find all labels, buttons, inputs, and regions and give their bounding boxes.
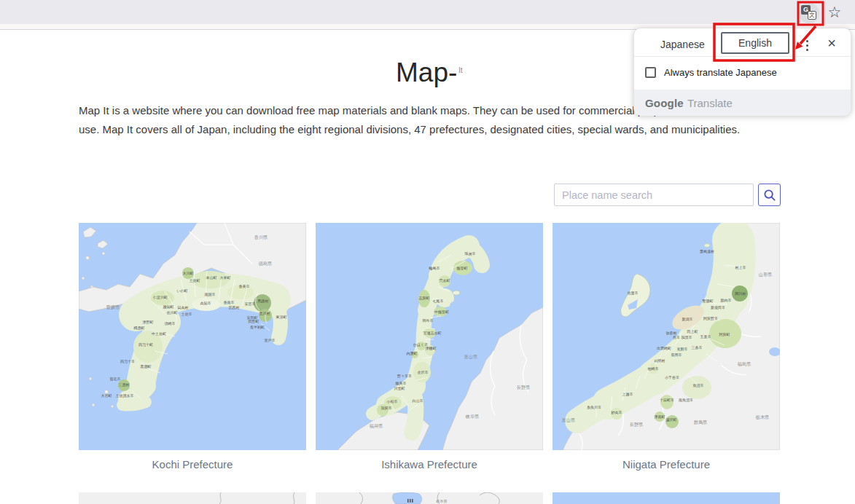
svg-text:いの町: いの町: [176, 288, 187, 293]
svg-text:徳島県: 徳島県: [259, 261, 273, 267]
svg-text:金沢市: 金沢市: [418, 370, 429, 374]
svg-text:佐川町: 佐川町: [167, 310, 178, 315]
bookmark-star-icon[interactable]: ☆: [826, 3, 843, 22]
svg-text:燕市: 燕市: [673, 335, 680, 339]
page-title-suffix: It: [458, 66, 463, 74]
close-icon[interactable]: ×: [822, 34, 841, 53]
svg-text:出雲崎町: 出雲崎町: [657, 346, 671, 350]
svg-text:内灘町: 内灘町: [407, 351, 418, 356]
svg-text:志賀町: 志賀町: [419, 296, 430, 300]
svg-text:刈羽村: 刈羽村: [654, 358, 665, 363]
svg-text:仁淀川町: 仁淀川町: [153, 295, 168, 300]
svg-text:長野県: 長野県: [630, 422, 644, 427]
search-button[interactable]: [758, 184, 781, 206]
svg-text:小松市: 小松市: [387, 399, 398, 403]
translate-popup: Japanese English × Always translate Japa…: [633, 28, 851, 115]
svg-text:芸西村: 芸西村: [229, 305, 240, 310]
svg-text:糸魚川市: 糸魚川市: [587, 405, 601, 409]
svg-text:田上町: 田上町: [687, 329, 698, 334]
popup-divider: [634, 56, 851, 57]
svg-text:魚沼市: 魚沼市: [693, 383, 704, 388]
svg-text:新発田市: 新発田市: [711, 305, 725, 310]
search-icon: [762, 188, 777, 202]
search-input[interactable]: [554, 184, 754, 206]
svg-text:四万十市: 四万十市: [120, 359, 135, 364]
map-card-next-3[interactable]: [553, 492, 780, 504]
caption-kochi[interactable]: Kochi Prefecture: [79, 458, 306, 470]
svg-text:中土佐町: 中土佐町: [152, 331, 166, 336]
tab-japanese[interactable]: Japanese: [650, 34, 715, 55]
svg-text:能登町: 能登町: [457, 266, 468, 271]
svg-text:越知町: 越知町: [163, 304, 174, 310]
map-card-kochi[interactable]: 香川県徳島県愛媛県大川町土佐町本山町大豊町香美市いの町南国市仁淀川町高知市香南市…: [79, 223, 306, 450]
svg-text:高知市: 高知市: [200, 301, 211, 305]
svg-text:中能登町: 中能登町: [434, 310, 449, 315]
svg-text:安芸市: 安芸市: [245, 302, 256, 306]
always-translate-label: Always translate Japanese: [664, 67, 777, 78]
caption-niigata[interactable]: Niigata Prefecture: [553, 458, 780, 470]
page-title: Map-: [396, 58, 457, 88]
svg-text:能美市: 能美市: [396, 381, 407, 386]
svg-text:富山県: 富山県: [562, 417, 576, 422]
browser-toolbar: [0, 0, 855, 24]
svg-text:津野町: 津野町: [142, 320, 154, 325]
svg-text:阿賀町: 阿賀町: [719, 332, 730, 337]
svg-text:栃木県: 栃木県: [756, 414, 770, 420]
caption-ishikawa[interactable]: Ishikawa Prefecture: [316, 458, 543, 470]
svg-text:白山市: 白山市: [413, 398, 423, 403]
svg-text:関川村: 関川村: [735, 291, 746, 296]
svg-text:湯沢町: 湯沢町: [666, 417, 677, 422]
svg-text:津幡町: 津幡町: [425, 346, 437, 351]
svg-text:南国市: 南国市: [205, 292, 216, 297]
svg-text:川北町: 川北町: [394, 386, 405, 391]
svg-text:津南町: 津南町: [654, 414, 665, 420]
svg-text:小千谷市: 小千谷市: [665, 375, 679, 379]
svg-text:長岡市: 長岡市: [671, 353, 682, 357]
svg-text:檮原町: 檮原町: [133, 326, 145, 330]
svg-text:須崎市: 須崎市: [165, 321, 176, 326]
svg-text:土佐町: 土佐町: [190, 278, 200, 283]
translate-icon-char-square: 文: [808, 11, 816, 20]
svg-text:岐阜県: 岐阜県: [437, 499, 448, 503]
svg-text:羽咋市: 羽咋市: [422, 318, 434, 323]
svg-text:阿賀野市: 阿賀野市: [703, 316, 718, 321]
site-description-line2: use. Map It covers all of Japan, includi…: [79, 120, 851, 139]
svg-text:日高村: 日高村: [178, 305, 189, 310]
svg-text:村上市: 村上市: [735, 265, 746, 270]
svg-text:佐渡市: 佐渡市: [628, 291, 639, 296]
svg-text:岐阜県: 岐阜県: [466, 414, 480, 419]
map-card-next-1[interactable]: [79, 492, 306, 504]
svg-text:妙高市: 妙高市: [612, 410, 622, 414]
screen: G 文 ☆ Map- It Map It is a website where …: [0, 0, 855, 504]
svg-text:加茂市: 加茂市: [682, 335, 692, 339]
map-card-ishikawa[interactable]: 珠洲市輪島市能登町穴水町志賀町七尾市中能登町羽咋市宝達志水町かほく市津幡町内灘町…: [316, 223, 543, 450]
translate-toolbar-button[interactable]: G 文: [799, 3, 819, 23]
svg-text:七尾市: 七尾市: [433, 299, 444, 303]
svg-text:長野県: 長野県: [517, 385, 531, 390]
map-card-next-2[interactable]: 岐阜県: [316, 492, 543, 504]
svg-text:三条市: 三条市: [692, 345, 703, 350]
svg-text:香南市: 香南市: [224, 300, 235, 304]
svg-text:大川町: 大川町: [183, 271, 194, 275]
svg-text:黒潮町: 黒潮町: [141, 364, 152, 369]
svg-text:香川県: 香川県: [254, 235, 268, 240]
svg-text:土佐清水市: 土佐清水市: [116, 393, 134, 398]
translate-brand: Translate: [687, 97, 733, 109]
svg-text:輪島市: 輪島市: [429, 266, 440, 271]
svg-text:富山県: 富山県: [464, 354, 478, 359]
map-card-niigata[interactable]: 粟島浦村村上市山形県関川村佐渡市胎内市聖籠町新発田市新潟市阿賀野市阿賀町弥彦村田…: [553, 223, 780, 450]
svg-text:馬路村: 馬路村: [257, 299, 269, 304]
popup-footer: Google Translate: [634, 90, 851, 116]
always-translate-checkbox[interactable]: [645, 67, 656, 78]
svg-text:東洋町: 東洋町: [276, 315, 287, 320]
svg-text:柏崎市: 柏崎市: [647, 366, 659, 371]
svg-text:加賀市: 加賀市: [381, 406, 392, 410]
svg-text:穴水町: 穴水町: [440, 278, 450, 283]
svg-text:土佐市: 土佐市: [181, 312, 192, 316]
awashima-island: [704, 244, 710, 248]
svg-text:奈半利町: 奈半利町: [250, 325, 265, 330]
three-dot-menu-icon[interactable]: [799, 36, 815, 54]
svg-text:大豊町: 大豊町: [220, 275, 231, 280]
svg-text:宿毛市: 宿毛市: [110, 377, 121, 381]
tab-english[interactable]: English: [721, 32, 789, 54]
